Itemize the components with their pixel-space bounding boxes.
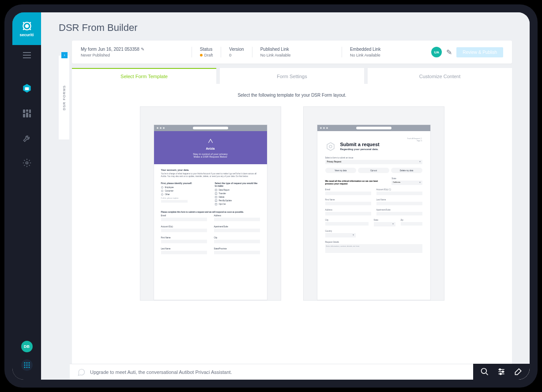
field-city: City: [214, 237, 260, 239]
svg-point-21: [502, 371, 504, 372]
check-rectify: Rectify/Update: [219, 200, 232, 202]
info-version: Version 0: [221, 47, 252, 57]
tab-form-settings[interactable]: Form Settings: [220, 68, 364, 84]
edit-icon[interactable]: ✎: [446, 48, 452, 57]
svg-point-13: [26, 365, 27, 366]
template2-logo-icon: [325, 142, 336, 152]
t2-aid: Account ID(s): [376, 188, 388, 191]
side-rail-expand-icon[interactable]: ›: [61, 52, 68, 58]
edit-name-icon[interactable]: ✎: [141, 47, 144, 52]
published-link-label: Published Link: [260, 47, 334, 52]
embedded-link-label: Embedded Link: [350, 47, 423, 52]
other-explain-label: If other, please explain: [161, 197, 206, 199]
nav-gear-icon[interactable]: [20, 156, 34, 170]
search-icon[interactable]: [480, 367, 489, 376]
version-value: 0: [229, 53, 244, 57]
form-state-text: Never Published: [81, 53, 184, 57]
sliders-icon[interactable]: [497, 367, 506, 376]
info-bar: My form Jun 16, 2021 053358 ✎ Never Publ…: [72, 41, 512, 64]
btn-optout: Opt-out: [358, 168, 389, 173]
browser-mock-2: Track A Request ⓘSign in Submit a reques…: [317, 124, 431, 300]
form-name-text: My form Jun 16, 2021 053358: [81, 47, 139, 52]
template1-tagline2: Make a DSR Request Below: [163, 155, 258, 158]
review-publish-button[interactable]: Review & Publish: [456, 47, 503, 57]
bottom-right-tools: [473, 364, 530, 380]
t2-city: City: [325, 219, 369, 221]
template1-section-text: You're in charge of what happens to your…: [161, 173, 260, 178]
build-icon[interactable]: [514, 367, 523, 376]
svg-rect-5: [23, 114, 25, 117]
template1-brand: Avizia: [163, 147, 258, 150]
template-card-1[interactable]: Avizia Stay in control of your privacy M…: [140, 106, 281, 301]
svg-point-15: [24, 367, 25, 368]
btn-delete-data: Delete my data: [391, 168, 422, 173]
sidebar-bottom: DB: [21, 341, 33, 371]
browser-mock: Avizia Stay in control of your privacy M…: [154, 124, 267, 300]
page-title: DSR From Builder: [41, 12, 530, 41]
nav-layout-icon[interactable]: [20, 107, 34, 120]
ua-badge[interactable]: UA: [431, 47, 442, 57]
check-delete: Delete: [219, 196, 225, 198]
apps-grid-icon[interactable]: [21, 359, 33, 371]
t2-ln: Last Name: [376, 199, 422, 201]
t2-zip: Zip: [401, 219, 422, 221]
t2-state: State: [374, 219, 395, 221]
tab-select-template[interactable]: Select Form Template: [72, 68, 216, 84]
screen: securiti DB DSR From Builder › DSR FORMS…: [12, 12, 530, 380]
template2-select-label: Select a form to submit an issue: [325, 157, 422, 159]
svg-point-22: [500, 373, 501, 374]
check-transfer: Transfer: [219, 192, 226, 195]
svg-rect-3: [26, 109, 28, 112]
field-lastname: Last Name: [161, 248, 207, 250]
t2-country: Country: [325, 230, 356, 232]
template1-body: Your account, your data. You're in charg…: [154, 164, 267, 263]
brand-logo[interactable]: securiti: [12, 12, 41, 45]
svg-point-19: [482, 369, 487, 374]
templates-row: Avizia Stay in control of your privacy M…: [90, 106, 494, 301]
nav-privacy-icon[interactable]: [20, 82, 34, 95]
svg-point-17: [28, 367, 30, 368]
svg-point-1: [25, 25, 28, 28]
t2-email: Email: [325, 188, 371, 191]
svg-point-9: [24, 362, 25, 364]
tabs: Select Form Template Form Settings Custo…: [72, 68, 512, 84]
svg-rect-2: [23, 109, 25, 113]
svg-point-10: [26, 362, 27, 364]
nav-wrench-icon[interactable]: [20, 132, 34, 145]
bottom-bar: Upgrade to meet Auti, the conversational…: [70, 364, 530, 380]
t2-apt: Apartment/Suite: [376, 209, 422, 211]
content-area: Select the following template for your D…: [72, 84, 512, 380]
field-firstname: First Name: [161, 237, 207, 239]
bottom-bar-text: Upgrade to meet Auti, the conversational…: [90, 369, 232, 375]
info-embedded-link: Embedded Link No Link Available: [342, 47, 431, 57]
svg-point-18: [329, 145, 332, 148]
template2-critical-label: We need all the critical information so …: [325, 180, 387, 185]
tab-customize-content[interactable]: Customize Content: [368, 68, 512, 84]
radio-employee: Employee: [165, 186, 174, 188]
chat-icon: [77, 368, 86, 377]
field-email: Email: [161, 215, 207, 217]
info-published-link: Published Link No Link Available: [252, 47, 342, 57]
status-value: Draft: [204, 53, 213, 57]
template1-identify-heading: First, please identify yourself:: [161, 182, 206, 185]
template-card-2[interactable]: Track A Request ⓘSign in Submit a reques…: [303, 106, 444, 301]
svg-point-16: [26, 367, 27, 368]
info-actions: UA ✎ Review & Publish: [431, 47, 503, 57]
user-avatar[interactable]: DB: [21, 341, 33, 352]
template2-subtitle: Regarding your personal data.: [340, 148, 380, 151]
svg-point-8: [26, 162, 28, 164]
main-content: DSR From Builder › DSR FORMS My form Jun…: [41, 12, 530, 380]
side-rail[interactable]: › DSR FORMS: [59, 56, 69, 139]
template1-request-heading: Select the type of request you would lik…: [215, 182, 260, 187]
check-optout: Opt-Out: [219, 203, 226, 205]
t2-details-label: Request Details: [325, 241, 422, 243]
svg-rect-4: [29, 109, 31, 113]
brand-name: securiti: [19, 33, 34, 37]
field-account-id: Account ID(s): [161, 226, 207, 228]
shield-icon: [21, 20, 33, 32]
template1-hero: Avizia Stay in control of your privacy M…: [154, 131, 267, 164]
hamburger-icon[interactable]: [23, 52, 31, 60]
embedded-link-value: No Link Available: [350, 53, 423, 57]
template2-select: Privacy Request: [325, 160, 422, 164]
btn-view-data: View my data: [325, 168, 357, 173]
